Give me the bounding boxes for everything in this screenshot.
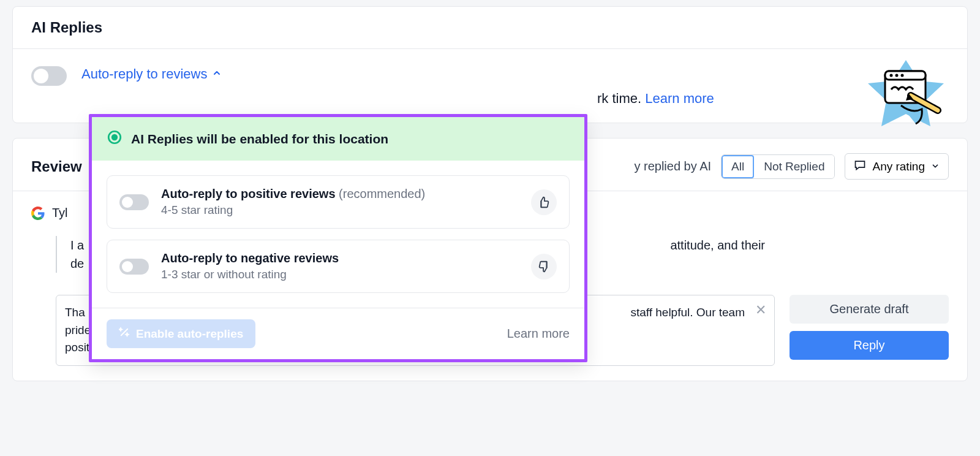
reviewer-name: Tyl xyxy=(52,206,68,220)
positive-review-option: Auto-reply to positive reviews (recommen… xyxy=(107,175,570,229)
svg-point-7 xyxy=(112,135,117,140)
negative-sub: 1-3 star or without rating xyxy=(161,268,519,281)
ai-replies-title: AI Replies xyxy=(13,7,967,49)
reply-filter-segment: All Not Replied xyxy=(721,154,835,179)
filter-not-replied-button[interactable]: Not Replied xyxy=(754,155,834,178)
positive-toggle[interactable] xyxy=(119,194,149,210)
svg-point-4 xyxy=(895,74,899,77)
generate-draft-button[interactable]: Generate draft xyxy=(790,295,949,324)
illustration-icon xyxy=(863,55,949,141)
description-fragment: rk time. Learn more xyxy=(597,91,714,107)
chevron-up-icon xyxy=(212,68,222,80)
reviews-title: Review xyxy=(31,158,82,175)
learn-more-link[interactable]: Learn more xyxy=(645,91,714,106)
auto-reply-dropdown[interactable]: Auto-reply to reviews xyxy=(81,66,222,82)
filter-all-button[interactable]: All xyxy=(722,155,754,178)
clear-reply-button[interactable]: ✕ xyxy=(755,302,766,318)
ai-replies-toggle[interactable] xyxy=(31,66,67,86)
enable-button-label: Enable auto-replies xyxy=(136,327,243,341)
rating-filter-button[interactable]: Any rating xyxy=(845,153,949,180)
svg-point-5 xyxy=(901,74,904,77)
thumbs-up-icon xyxy=(531,189,557,215)
reply-button[interactable]: Reply xyxy=(790,331,949,360)
google-icon xyxy=(31,207,45,220)
svg-point-3 xyxy=(890,74,893,77)
auto-reply-popover: AI Replies will be enabled for this loca… xyxy=(89,114,587,362)
chat-icon xyxy=(854,159,866,174)
negative-review-option: Auto-reply to negative reviews 1-3 star … xyxy=(107,240,570,293)
negative-toggle[interactable] xyxy=(119,259,149,275)
rating-filter-label: Any rating xyxy=(872,160,925,173)
popover-banner-text: AI Replies will be enabled for this loca… xyxy=(131,132,388,146)
positive-sub: 4-5 star rating xyxy=(161,203,519,217)
magic-wand-icon xyxy=(119,327,130,341)
negative-title: Auto-reply to negative reviews xyxy=(161,251,519,265)
thumbs-down-icon xyxy=(531,254,557,279)
auto-reply-label: Auto-reply to reviews xyxy=(81,66,207,82)
replied-by-ai-fragment: y replied by AI xyxy=(634,159,711,173)
enable-auto-replies-button[interactable]: Enable auto-replies xyxy=(107,319,255,348)
positive-suffix: (recommended) xyxy=(339,187,425,200)
positive-title: Auto-reply to positive reviews xyxy=(161,187,336,200)
popover-learn-more[interactable]: Learn more xyxy=(507,327,570,341)
ai-replies-card: AI Replies Auto-reply to reviews rk time… xyxy=(12,6,968,123)
location-pin-icon xyxy=(107,129,123,148)
popover-banner: AI Replies will be enabled for this loca… xyxy=(92,117,584,161)
chevron-down-icon xyxy=(931,160,940,173)
